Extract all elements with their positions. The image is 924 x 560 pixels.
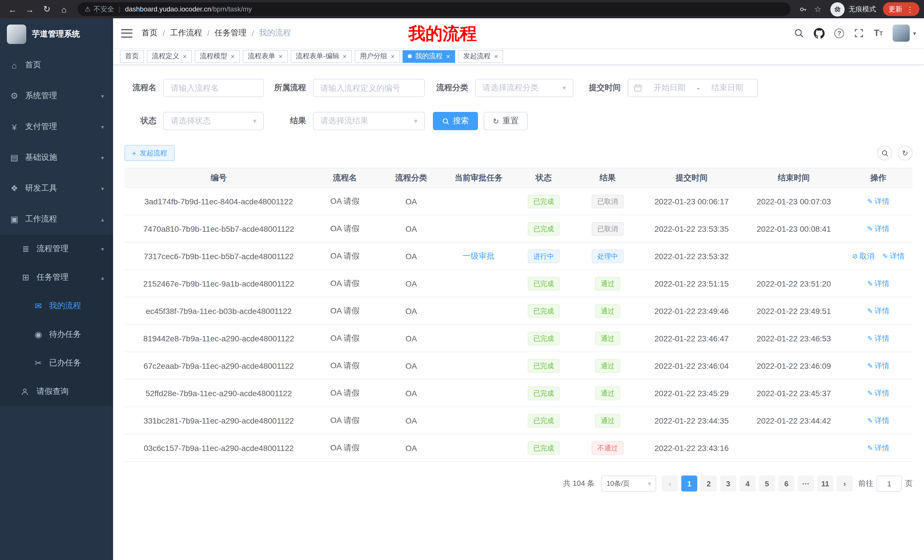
current-task-link[interactable]: 一级审批 xyxy=(463,251,495,260)
detail-link[interactable]: ✎详情 xyxy=(867,361,890,371)
sidebar-item-payment[interactable]: ¥ 支付管理 ▾ xyxy=(0,111,113,142)
page-size-select[interactable]: 10条/页 ▾ xyxy=(602,476,656,491)
detail-link[interactable]: ✎详情 xyxy=(867,388,890,398)
tasks-icon: ⊞ xyxy=(21,272,31,283)
fullscreen-icon[interactable] xyxy=(854,28,864,38)
page-button-4[interactable]: 4 xyxy=(740,476,756,491)
tab-process-form-edit[interactable]: 流程表单-编辑 × xyxy=(291,50,352,63)
cell-actions: ✎详情 xyxy=(844,297,913,325)
tab-process-definition[interactable]: 流程定义 × xyxy=(147,50,192,63)
user-avatar[interactable]: ▾ xyxy=(892,24,916,42)
cell-end-time xyxy=(744,242,844,270)
detail-link[interactable]: ✎详情 xyxy=(867,306,890,316)
tab-process-model[interactable]: 流程模型 × xyxy=(195,50,240,63)
breadcrumb-workflow[interactable]: 工作流程 xyxy=(170,28,202,38)
cell-result: 已取消 xyxy=(576,215,640,242)
refresh-table-button[interactable]: ↻ xyxy=(898,145,913,160)
process-name-input[interactable] xyxy=(164,79,264,97)
page-button-3[interactable]: 3 xyxy=(720,476,736,491)
sidebar-item-system[interactable]: ⚙ 系统管理 ▾ xyxy=(0,81,113,111)
more-pages-button[interactable]: ··· xyxy=(798,476,814,491)
tab-user-group[interactable]: 用户分组 × xyxy=(355,50,400,63)
browser-home-button[interactable]: ⌂ xyxy=(56,1,72,17)
detail-link[interactable]: ✎详情 xyxy=(867,415,890,425)
status-select[interactable]: 请选择状态 ▾ xyxy=(164,112,264,130)
table-row: 331bc281-7b9a-11ec-a290-acde48001122 OA … xyxy=(124,407,913,434)
detail-link[interactable]: ✎详情 xyxy=(867,196,890,207)
browser-reload-button[interactable]: ↻ xyxy=(39,1,55,17)
page-button-2[interactable]: 2 xyxy=(701,476,717,491)
update-button[interactable]: 更新 ⋮ xyxy=(883,2,920,16)
detail-link[interactable]: ✎详情 xyxy=(882,251,904,261)
help-icon[interactable]: ? xyxy=(834,28,844,38)
page-button-11[interactable]: 11 xyxy=(817,476,833,491)
cell-end-time: 2022-01-22 23:46:53 xyxy=(744,325,844,352)
next-page-button[interactable]: › xyxy=(837,476,853,491)
page-button-5[interactable]: 5 xyxy=(759,476,775,491)
tab-close-icon[interactable]: × xyxy=(494,52,498,60)
detail-link[interactable]: ✎详情 xyxy=(867,333,890,343)
browser-back-button[interactable]: ← xyxy=(4,1,21,17)
goto-page-input[interactable] xyxy=(877,476,902,491)
breadcrumb-task-mgmt[interactable]: 任务管理 xyxy=(215,28,247,38)
address-bar[interactable]: ⚠ 不安全 | dashboard.yudao.iocoder.cn/bpm/t… xyxy=(78,2,790,16)
sidebar-item-process-mgmt[interactable]: ≣ 流程管理 ▾ xyxy=(0,235,113,263)
cell-process-id: 2152467e-7b9b-11ec-9a1b-acde48001122 xyxy=(124,270,313,297)
key-icon[interactable] xyxy=(796,5,810,13)
browser-menu-icon[interactable]: ⋮ xyxy=(906,5,914,13)
page-button-1[interactable]: 1 xyxy=(681,476,697,491)
avatar-image xyxy=(892,24,910,42)
browser-forward-button[interactable]: → xyxy=(22,1,38,17)
cell-result: 通过 xyxy=(576,297,640,325)
github-icon[interactable] xyxy=(814,28,825,39)
sidebar-collapse-icon[interactable] xyxy=(121,29,132,37)
sidebar-item-devtools[interactable]: ❖ 研发工具 ▾ xyxy=(0,173,113,204)
category-select[interactable]: 请选择流程分类 ▾ xyxy=(475,79,573,97)
sidebar-item-infrastructure[interactable]: ▤ 基础设施 ▾ xyxy=(0,142,113,173)
incognito-icon xyxy=(830,2,844,16)
cell-process-name: OA 请假 xyxy=(313,242,377,270)
tab-home[interactable]: 首页 xyxy=(120,50,144,63)
page-url[interactable]: dashboard.yudao.iocoder.cn/bpm/task/my xyxy=(125,5,252,13)
result-select[interactable]: 请选择流结果 ▾ xyxy=(313,112,425,130)
process-def-input[interactable] xyxy=(313,79,425,97)
tab-close-icon[interactable]: × xyxy=(231,52,235,60)
security-label[interactable]: 不安全 xyxy=(94,4,114,14)
submit-time-range-picker[interactable]: 开始日期 - 结束日期 xyxy=(628,79,758,97)
show-search-button[interactable] xyxy=(877,145,892,160)
detail-link[interactable]: ✎详情 xyxy=(867,223,890,234)
search-icon[interactable] xyxy=(794,28,804,38)
prev-page-button[interactable]: ‹ xyxy=(662,476,678,491)
sidebar-item-leave-query[interactable]: 请假查询 xyxy=(0,377,113,406)
cancel-link[interactable]: ⊘取消 xyxy=(852,251,874,261)
sidebar-item-done-tasks[interactable]: ✂ 已办任务 xyxy=(0,349,113,377)
sidebar-item-my-process[interactable]: ✉ 我的流程 xyxy=(0,292,113,320)
tab-close-icon[interactable]: × xyxy=(343,52,346,60)
sidebar-item-todo-tasks[interactable]: ◉ 待办任务 xyxy=(0,320,113,349)
table-row: 819442e8-7b9a-11ec-a290-acde48001122 OA … xyxy=(124,325,913,352)
tab-process-form[interactable]: 流程表单 × xyxy=(243,50,288,63)
font-size-icon[interactable]: TT xyxy=(874,28,883,38)
sidebar-item-workflow[interactable]: ▣ 工作流程 ▴ xyxy=(0,204,113,235)
create-process-button[interactable]: + 发起流程 xyxy=(124,145,174,161)
tab-my-process[interactable]: 我的流程 × xyxy=(403,50,455,63)
cell-actions: ✎详情 xyxy=(844,215,913,242)
bookmark-star-icon[interactable]: ☆ xyxy=(811,4,825,14)
detail-link[interactable]: ✎详情 xyxy=(867,443,890,453)
tab-close-icon[interactable]: × xyxy=(183,52,187,60)
edit-icon: ✎ xyxy=(867,389,873,397)
cell-submit-time: 2022-01-23 00:06:17 xyxy=(640,187,744,215)
detail-link[interactable]: ✎详情 xyxy=(867,278,890,289)
search-button[interactable]: 搜索 xyxy=(433,112,478,130)
reset-button[interactable]: ↻ 重置 xyxy=(484,112,528,130)
breadcrumb-home[interactable]: 首页 xyxy=(142,28,158,38)
tab-close-icon[interactable]: × xyxy=(446,52,450,60)
cell-end-time xyxy=(744,434,844,461)
tab-close-icon[interactable]: × xyxy=(391,52,394,60)
page-button-6[interactable]: 6 xyxy=(778,476,794,491)
sidebar-item-task-mgmt[interactable]: ⊞ 任务管理 ▴ xyxy=(0,263,113,292)
tab-start-process[interactable]: 发起流程 × xyxy=(458,50,503,63)
sidebar-item-home[interactable]: ⌂ 首页 xyxy=(0,49,113,81)
refresh-icon: ↻ xyxy=(493,117,499,125)
tab-close-icon[interactable]: × xyxy=(279,52,283,60)
